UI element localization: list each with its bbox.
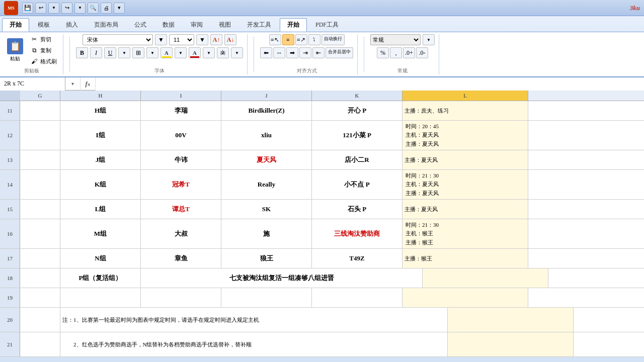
formula-input[interactable] <box>96 77 644 90</box>
cell-l15[interactable]: 主播：夏天风 <box>403 200 528 219</box>
cell-l16[interactable]: 时间：21：30 主机：猴王 主播：猴王 <box>403 219 528 248</box>
font-family-select[interactable]: 宋体 <box>83 34 153 45</box>
decrease-font-btn[interactable]: A↓ <box>224 34 236 45</box>
cell-g14[interactable] <box>20 170 60 199</box>
fill-color-dropdown[interactable]: ▼ <box>175 47 187 58</box>
cell-l13[interactable]: 主播：夏天风 <box>403 150 528 169</box>
col-header-j[interactable]: J <box>221 90 312 101</box>
cell-g12[interactable] <box>20 121 60 150</box>
cell-h15[interactable]: L组 <box>60 200 141 219</box>
align-top-center-btn[interactable]: ≡ <box>282 34 294 45</box>
align-right-btn[interactable]: ➡ <box>286 47 298 58</box>
align-top-left-btn[interactable]: ≡↖ <box>269 34 281 45</box>
function-icon[interactable]: fx <box>80 77 96 90</box>
cell-g15[interactable] <box>20 200 60 219</box>
print-button[interactable]: 🖨 <box>101 3 112 14</box>
font-family-dropdown[interactable]: ▼ <box>155 34 167 45</box>
border-dropdown[interactable]: ▼ <box>146 47 158 58</box>
cell-l17[interactable]: 主播：猴王 <box>403 249 528 268</box>
align-top-right-btn[interactable]: ≡↗ <box>295 34 307 45</box>
align-left-btn[interactable]: ⬅ <box>260 47 272 58</box>
underline-button[interactable]: U <box>104 47 116 58</box>
indent-btn[interactable]: ⇥ <box>299 47 311 58</box>
cell-j19[interactable] <box>221 288 312 307</box>
cell-j16[interactable]: 施 <box>221 219 312 248</box>
col-header-l[interactable]: L <box>403 90 528 101</box>
cell-h12[interactable]: I组 <box>60 121 141 150</box>
cell-l19[interactable] <box>403 288 528 307</box>
cell-k15[interactable]: 石头 P <box>312 200 403 219</box>
save-button[interactable]: 💾 <box>22 3 33 14</box>
comma-btn[interactable]: , <box>390 47 402 58</box>
tab-data[interactable]: 数据 <box>155 18 182 32</box>
increase-font-btn[interactable]: A↑ <box>210 34 222 45</box>
font-size-dropdown[interactable]: ▼ <box>196 34 208 45</box>
cell-g20[interactable] <box>20 308 60 332</box>
cell-i15[interactable]: 谭总T <box>141 200 221 219</box>
cell-g21[interactable] <box>20 332 60 356</box>
cell-h14[interactable]: K组 <box>60 170 141 199</box>
col-header-h[interactable]: H <box>60 90 141 101</box>
tab-dev[interactable]: 开发工具 <box>239 18 279 32</box>
redo-button[interactable]: ↪ <box>61 3 72 14</box>
tab-insert[interactable]: 插入 <box>58 18 86 32</box>
undo-button[interactable]: ↩ <box>35 3 46 14</box>
cell-j13[interactable]: 夏天风 <box>221 150 312 169</box>
percent-btn[interactable]: % <box>377 47 389 58</box>
cell-i12[interactable]: 00V <box>141 121 221 150</box>
cut-button[interactable]: ✂ 剪切 <box>28 34 59 44</box>
cell-l14[interactable]: 时间：21：30 主机：夏天风 主播：夏天风 <box>403 170 528 199</box>
tab-review[interactable]: 审阅 <box>183 18 210 32</box>
cell-g18[interactable] <box>20 268 60 288</box>
preview-button[interactable]: 🔍 <box>88 3 99 14</box>
cell-k12[interactable]: 121小菜 P <box>312 121 403 150</box>
tab-formula[interactable]: 公式 <box>127 18 154 32</box>
cell-j17[interactable]: 狼王 <box>221 249 312 268</box>
align-center-btn[interactable]: ↔ <box>273 47 285 58</box>
redo-dropdown[interactable]: ▼ <box>74 3 86 14</box>
cell-k19[interactable] <box>312 288 403 307</box>
fill-color-btn[interactable]: A <box>160 47 173 58</box>
merge-cells-btn[interactable]: 合并后居中 <box>326 47 353 58</box>
font-color-btn[interactable]: A <box>189 47 201 58</box>
cell-j14[interactable]: Really <box>221 170 312 199</box>
cell-g13[interactable] <box>20 150 60 169</box>
tab-layout[interactable]: 页面布局 <box>87 18 126 32</box>
cell-notes-20[interactable]: 注：1、比赛第一轮最迟时间为图表中规定时间，请选手在规定时间进入规定主机 <box>60 308 448 332</box>
cell-l11[interactable]: 主播：庶夫、练习 <box>403 101 528 120</box>
decrease-decimal-btn[interactable]: .0- <box>416 47 428 58</box>
strikethrough-btn[interactable]: 文 <box>217 47 229 58</box>
cell-notes-21[interactable]: 2、红色选手为赞助商选手，N组替补为各档赞助商选手优选替补，替补顺 <box>60 332 448 356</box>
cell-l18[interactable] <box>423 268 548 288</box>
cell-k16[interactable]: 三线淘汰赞助商 <box>312 219 403 248</box>
cell-h18[interactable]: P组（复活组） <box>60 268 141 288</box>
wrap-text-btn[interactable]: ⤵ <box>308 34 320 45</box>
cell-j15[interactable]: SK <box>221 200 312 219</box>
tab-view[interactable]: 视图 <box>211 18 238 32</box>
border-btn[interactable]: ⊞ <box>132 47 144 58</box>
col-header-g[interactable]: G <box>20 90 60 101</box>
strikethrough-dropdown[interactable]: ▼ <box>231 47 243 58</box>
col-header-i[interactable]: I <box>141 90 221 101</box>
cell-l12[interactable]: 时间：20：45 主机：夏天风 主播：夏天风 <box>403 121 528 150</box>
tab-pdf[interactable]: 开始 <box>280 18 307 32</box>
font-color-dropdown[interactable]: ▼ <box>203 47 215 58</box>
number-format-dropdown[interactable]: ▼ <box>423 34 435 45</box>
tab-pdf-tools[interactable]: PDF工具 <box>308 18 346 32</box>
name-box[interactable]: 2R x 7C <box>0 77 65 90</box>
bold-button[interactable]: B <box>76 47 88 58</box>
cell-i11[interactable]: 李瑞 <box>141 101 221 120</box>
customize-btn[interactable]: ▾ <box>114 3 125 14</box>
cell-i19[interactable] <box>141 288 221 307</box>
cell-k13[interactable]: 店小二R <box>312 150 403 169</box>
cell-h16[interactable]: M组 <box>60 219 141 248</box>
cell-i16[interactable]: 大叔 <box>141 219 221 248</box>
cell-h17[interactable]: N组 <box>60 249 141 268</box>
cell-h19[interactable] <box>60 288 141 307</box>
number-format-select[interactable]: 常规 <box>370 34 421 45</box>
cell-h13[interactable]: J组 <box>60 150 141 169</box>
cell-i14[interactable]: 冠希T <box>141 170 221 199</box>
tab-template[interactable]: 模板 <box>30 18 57 32</box>
outdent-btn[interactable]: ⇤ <box>312 47 325 58</box>
italic-button[interactable]: I <box>90 47 102 58</box>
